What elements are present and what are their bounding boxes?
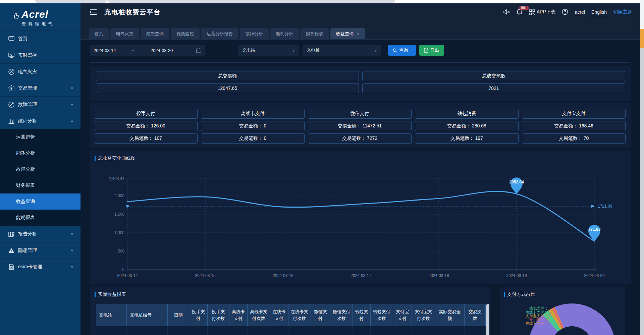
sidebar-item-电气火灾[interactable]: 电气火灾 [0, 63, 80, 80]
username[interactable]: acrel [575, 9, 585, 15]
station-select[interactable]: 充电站 ∨ [238, 45, 299, 56]
collapse-menu-icon[interactable] [90, 9, 97, 15]
sidebar-item-交易管理[interactable]: 交易管理˅ [0, 80, 80, 96]
report-table-title-text: 实际收益报表 [98, 291, 126, 297]
chevron-down-icon: ∨ [292, 48, 295, 53]
brand-logo: Acrel 安科瑞电气 [0, 3, 80, 31]
sidebar-item-esim卡管理[interactable]: esim卡管理˅ [0, 259, 80, 275]
tab-首页[interactable]: 首页 [89, 28, 109, 39]
tab-电气火灾[interactable]: 电气火灾 [110, 28, 139, 39]
svg-text:2024-03-17: 2024-03-17 [351, 273, 371, 278]
date-end[interactable]: 2024-03-20 [151, 48, 173, 53]
brand-subtitle: 安科瑞电气 [13, 21, 80, 27]
table-column-header-微信支付次数: 微信支付次数 [330, 304, 353, 326]
chevron-down-icon: ˅ [71, 265, 73, 269]
filter-row: 2024-03-14 ~ 2024-03-20 充电站 ∨ 充电桩 ∨ 查询 [90, 45, 444, 56]
sidebar-item-实时监控[interactable]: 实时监控 [0, 47, 80, 63]
table-column-header-钱包支付: 钱包支付 [353, 304, 370, 326]
export-button[interactable]: 导出 [419, 45, 444, 56]
tab-close-icon[interactable]: × [357, 31, 359, 36]
notification-badge: 99+ [519, 6, 529, 10]
sidebar-item-label: 隐患管理 [18, 247, 37, 254]
app-download-link[interactable]: APP下载 [529, 9, 555, 15]
table-cell [189, 326, 207, 335]
payment-card-count: 交易笔数： 107 [94, 133, 198, 144]
search-button[interactable]: 查询 [388, 45, 416, 56]
svg-text:1,000: 1,000 [114, 230, 124, 235]
table-row[interactable] [96, 326, 486, 335]
tab-故障分析[interactable]: 故障分析 [240, 28, 269, 39]
svg-text:0: 0 [122, 267, 124, 272]
sidebar: Acrel 安科瑞电气 首页实时监控电气火灾交易管理˅故障管理˅统计分析˄运营趋… [0, 3, 80, 335]
sidebar-item-隐患管理[interactable]: 隐患管理˅ [0, 242, 80, 259]
tab-label: 电气火灾 [116, 31, 133, 37]
payment-cards-panel: 投币支付 交易金额： 126.00 交易笔数： 107 离线卡支付 交易金额： … [90, 103, 631, 148]
table-column-header-充电站: 充电站 [96, 304, 127, 326]
theme-switch-link[interactable]: 切换主题 [613, 9, 632, 15]
qr-code-icon [529, 9, 535, 15]
table-column-header-钱包支付次数: 钱包支付次数 [371, 304, 393, 326]
fire-icon [8, 68, 15, 75]
report-table-title: 实际收益报表 [95, 291, 126, 297]
tab-隐患查询[interactable]: 隐患查询 [141, 28, 169, 39]
table-cell [127, 326, 167, 335]
help-icon[interactable] [562, 9, 569, 15]
monitor-icon [8, 52, 15, 59]
sidebar-subitem-故障分析[interactable]: 故障分析 [0, 161, 80, 177]
pile-select[interactable]: 充电桩 ∨ [303, 45, 381, 56]
page-title: 充电桩收费云平台 [104, 8, 161, 17]
window-scrollbar[interactable] [640, 0, 644, 335]
browser-tab-remnant [108, 0, 395, 3]
sim-card-icon [8, 264, 15, 270]
stats-icon [8, 118, 15, 124]
sidebar-subitem-财务报表[interactable]: 财务报表 [0, 177, 80, 193]
table-header-row: 充电站充电桩编号日期投币支付投币支付次数离线卡支付离线卡支付次数在线卡支付在线卡… [96, 304, 486, 326]
date-start[interactable]: 2024-03-14 [94, 48, 116, 53]
chevron-down-icon: ˅ [71, 232, 73, 236]
sidebar-item-报告分析[interactable]: 报告分析˅ [0, 226, 80, 242]
tab-能耗分析[interactable]: 能耗分析 [270, 28, 299, 39]
fault-icon [8, 101, 15, 108]
chevron-down-icon: ˅ [71, 103, 73, 107]
sidebar-subitem-能耗分析[interactable]: 能耗分析 [0, 145, 80, 161]
tab-收益查询[interactable]: 收益查询× [330, 28, 365, 39]
payment-card-amount: 交易金额： 126.00 [94, 121, 198, 131]
tab-label: 能耗分析 [276, 31, 293, 37]
table-cell [412, 326, 435, 335]
sidebar-item-首页[interactable]: 首页 [0, 31, 80, 47]
hazard-icon [8, 247, 15, 254]
table-scrollbar[interactable] [486, 304, 489, 335]
svg-text:500: 500 [118, 249, 124, 254]
sidebar-item-故障管理[interactable]: 故障管理˅ [0, 96, 80, 113]
payment-card-count: 交易笔数： 70 [522, 133, 626, 144]
table-cell [311, 326, 331, 335]
date-range-picker[interactable]: 2024-03-14 ~ 2024-03-20 [90, 45, 205, 56]
table-column-header-离线卡支付: 离线卡支付 [229, 304, 248, 326]
tab-label: 收益查询 [336, 31, 354, 37]
sidebar-subitem-能耗报表[interactable]: 能耗报表 [0, 210, 80, 226]
table-column-header-实际交易金额: 实际交易金额 [435, 304, 465, 326]
svg-text:2,000: 2,000 [114, 193, 124, 198]
notifications-bell-icon[interactable]: 99+ [516, 9, 523, 15]
sidebar-subitem-运营趋势[interactable]: 运营趋势 [0, 129, 80, 145]
mute-icon[interactable] [503, 9, 510, 15]
transaction-icon [8, 85, 15, 92]
revenue-line-chart[interactable]: 05001,0001,5002,0002,463.412024-03-14202… [90, 151, 631, 284]
table-cell [465, 326, 486, 335]
export-icon [424, 48, 428, 53]
payment-card-count: 交易笔数： 0 [201, 133, 305, 144]
sidebar-subitem-收益查询[interactable]: 收益查询 [0, 193, 80, 210]
revenue-line-chart-panel: 总收益变化曲线图 05001,0001,5002,0002,463.412024… [90, 151, 631, 284]
language-switch[interactable]: English [591, 9, 607, 15]
sidebar-item-统计分析[interactable]: 统计分析˄ [0, 113, 80, 129]
svg-text:771.83: 771.83 [588, 227, 601, 232]
svg-text:2024-03-20: 2024-03-20 [584, 273, 605, 278]
payment-card-amount: 交易金额： 11472.51 [308, 121, 412, 131]
date-separator: ~ [130, 48, 137, 53]
table-column-header-交易次数: 交易次数 [465, 304, 486, 326]
tab-财务报表[interactable]: 财务报表 [300, 28, 329, 39]
summary-label-总成交笔数: 总成交笔数 [362, 71, 625, 81]
tab-运营分析报告[interactable]: 运营分析报告 [201, 28, 238, 39]
tab-视频监控[interactable]: 视频监控 [171, 28, 200, 39]
table-cell [353, 326, 370, 335]
